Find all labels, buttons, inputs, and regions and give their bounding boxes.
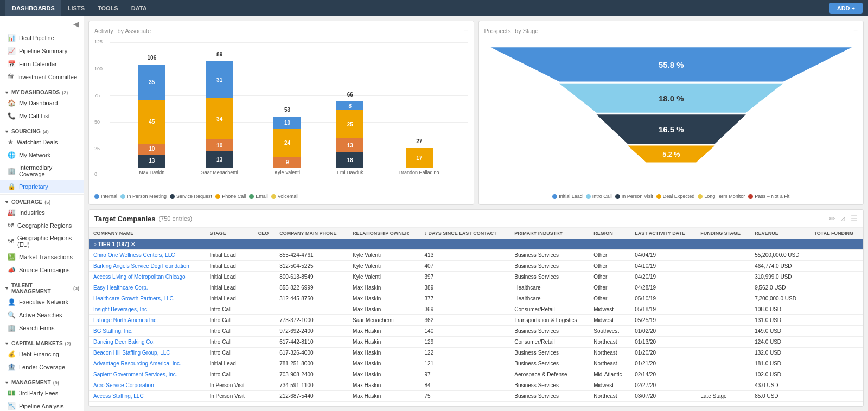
nav-tools[interactable]: TOOLS [91,0,125,16]
company-name[interactable]: BG Staffing, Inc. [89,326,205,337]
active-searches-icon: 🔍 [8,311,16,319]
funding-stage [696,326,750,337]
col-stage[interactable]: STAGE [205,228,253,239]
days-since-contact: 362 [420,315,510,326]
company-name[interactable]: Dancing Deer Baking Co. [89,337,205,348]
col-region[interactable]: REGION [589,228,630,239]
company-name[interactable]: Advantage Resourcing America, Inc. [89,358,205,369]
add-button[interactable]: ADD + [829,3,863,14]
executive-network-icon: 👤 [8,298,16,306]
section-coverage[interactable]: ▼ COVERAGE (5) [0,196,84,206]
sidebar-item-my-network[interactable]: 🌐 My Network [0,149,84,162]
days-since-contact: 389 [420,282,510,293]
sidebar-item-firm-calendar[interactable]: 📅 Firm Calendar [0,57,84,70]
sidebar-item-investment-committee[interactable]: 🏛 Investment Committee [0,70,84,84]
edit-icon[interactable]: ✏ [829,214,835,223]
sidebar-item-executive-network[interactable]: 👤 Executive Network [0,296,84,309]
relationship-owner: Max Haskin [348,369,420,380]
revenue: 149.0 USD [750,326,809,337]
company-name[interactable]: Access Living of Metropolitan Chicago [89,272,205,282]
relationship-owner: Max Haskin [348,304,420,315]
total-funding [809,337,863,348]
sidebar-item-debt-financing[interactable]: 💰 Debt Financing [0,348,84,361]
company-name[interactable]: Access Staffing, LLC [89,391,205,402]
prospects-minimize-button[interactable]: − [853,27,858,39]
region: Other [589,250,630,261]
sidebar-item-intermediary-coverage[interactable]: 🏢 Intermediary Coverage [0,162,84,180]
section-talent-management[interactable]: ▼ TALENT MANAGEMENT (3) [0,279,84,296]
legend-email: Email [249,194,268,199]
col-last-activity[interactable]: LAST ACTIVITY DATE [630,228,696,239]
col-main-phone[interactable]: COMPANY MAIN PHONE [275,228,348,239]
col-company-name[interactable]: COMPANY NAME [89,228,205,239]
relationship-owner: Max Haskin [348,293,420,304]
sidebar-item-pipeline-summary[interactable]: 📈 Pipeline Summary [0,44,84,57]
revenue: 85.0 USD [750,391,809,402]
sidebar-item-active-searches[interactable]: 🔍 Active Searches [0,309,84,322]
company-name[interactable]: Chiro One Wellness Centers, LLC [89,250,205,261]
columns-icon[interactable]: ☰ [851,214,858,223]
bar-total: 106 [148,55,157,61]
company-name[interactable]: Sapient Government Services, Inc. [89,369,205,380]
company-name[interactable]: Healthcare Growth Partners, LLC [89,293,205,304]
section-management[interactable]: ▼ MANAGEMENT (9) [0,376,84,387]
company-name[interactable]: Lafarge North America Inc. [89,315,205,326]
sidebar-item-industries[interactable]: 🏭 Industries [0,206,84,219]
y-label: 0 [94,171,97,177]
filter-icon[interactable]: ⊿ [840,214,846,223]
revenue: 55,200,000.0 USD [750,250,809,261]
sidebar-item-geographic-regions[interactable]: 🗺 Geographic Regions [0,219,84,232]
table-row: Advantage Resourcing America, Inc. Initi… [89,358,863,369]
watchlist-icon: ★ [8,138,14,146]
col-total-funding[interactable]: TOTAL FUNDING [809,228,863,239]
activity-minimize-button[interactable]: − [463,27,468,39]
col-primary-industry[interactable]: PRIMARY INDUSTRY [510,228,589,239]
company-name[interactable]: Acro Service Corporation [89,380,205,391]
section-capital-markets[interactable]: ▼ CAPITAL MARKETS (2) [0,337,84,348]
sidebar-item-watchlist-deals[interactable]: ★ Watchlist Deals [0,136,84,149]
company-name[interactable]: Easy Healthcare Corp. [89,282,205,293]
section-my-dashboards[interactable]: ▼ MY DASHBOARDS (2) [0,86,84,97]
sidebar-toggle[interactable]: ◀ [0,16,84,31]
company-name[interactable]: Barking Angels Service Dog Foundation [89,261,205,272]
table-row: BG Staffing, Inc. Intro Call 972-692-240… [89,326,863,337]
col-relationship-owner[interactable]: RELATIONSHIP OWNER [348,228,420,239]
legend-dot [215,194,220,199]
sidebar-item-pipeline-analysis[interactable]: 📉 Pipeline Analysis [0,400,84,411]
sidebar-item-3rd-party-fees[interactable]: 💵 3rd Party Fees [0,387,84,400]
table-scroll-area[interactable]: COMPANY NAME STAGE CEO COMPANY MAIN PHON… [89,228,863,406]
last-activity: 01/02/20 [630,326,696,337]
region: Northeast [589,337,630,348]
nav-data[interactable]: DATA [125,0,154,16]
sidebar-item-search-firms[interactable]: 🏢 Search Firms [0,322,84,335]
col-ceo[interactable]: CEO [254,228,276,239]
table-row: Dancing Deer Baking Co. Intro Call 617-4… [89,337,863,348]
sidebar-item-lender-coverage[interactable]: 🏦 Lender Coverage [0,361,84,374]
sidebar-item-my-call-list[interactable]: 📞 My Call List [0,110,84,123]
col-funding-stage[interactable]: FUNDING STAGE [696,228,750,239]
my-call-list-icon: 📞 [8,112,16,120]
total-funding [809,272,863,282]
company-name[interactable]: Beacon Hill Staffing Group, LLC [89,348,205,358]
sidebar-item-deal-pipeline[interactable]: 📊 Deal Pipeline [0,31,84,44]
y-label: 75 [94,93,100,98]
legend-dot [748,194,753,199]
company-name[interactable]: Insight Beverages, Inc. [89,304,205,315]
nav-lists[interactable]: LISTS [61,0,91,16]
sidebar-item-source-campaigns[interactable]: 📣 Source Campaigns [0,264,84,277]
section-sourcing[interactable]: ▼ SOURCING (4) [0,125,84,136]
prospects-chart-title: Prospects by Stage [484,27,539,35]
sidebar-item-proprietary[interactable]: 🔒 Proprietary [0,180,84,193]
last-activity: 05/25/19 [630,315,696,326]
bar-stack: 18 13 25 8 [336,101,363,168]
funding-stage [696,348,750,358]
sidebar-item-geographic-regions-eu[interactable]: 🗺 Geographic Regions (EU) [0,232,84,251]
nav-dashboards[interactable]: DASHBOARDS [5,0,61,16]
sidebar-item-market-transactions[interactable]: 💹 Market Transactions [0,251,84,264]
col-days-since-contact[interactable]: ↓ DAYS SINCE LAST CONTACT [420,228,510,239]
days-since-contact: 97 [420,369,510,380]
col-revenue[interactable]: REVENUE [750,228,809,239]
sidebar-item-my-dashboard[interactable]: 🏠 My Dashboard [0,97,84,110]
legend-internal: Internal [94,194,117,199]
total-funding [809,348,863,358]
